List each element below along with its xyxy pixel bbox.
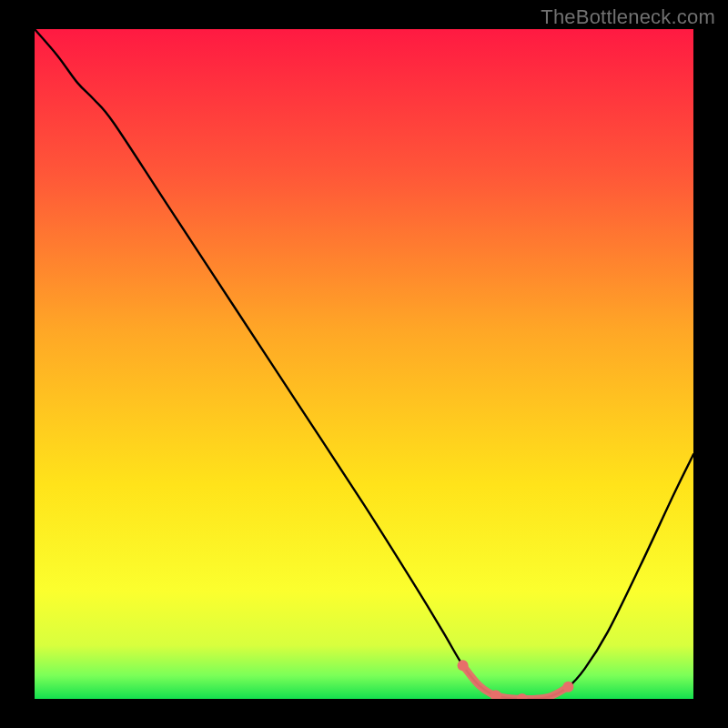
accent-dot: [562, 682, 573, 693]
accent-dot: [490, 690, 501, 701]
chart-frame: TheBottleneck.com: [0, 0, 728, 728]
accent-dot: [458, 660, 469, 671]
watermark-text: TheBottleneck.com: [541, 5, 715, 29]
plot-background: [35, 29, 693, 699]
accent-dot: [517, 693, 528, 704]
bottleneck-curve-plot: [0, 0, 728, 728]
